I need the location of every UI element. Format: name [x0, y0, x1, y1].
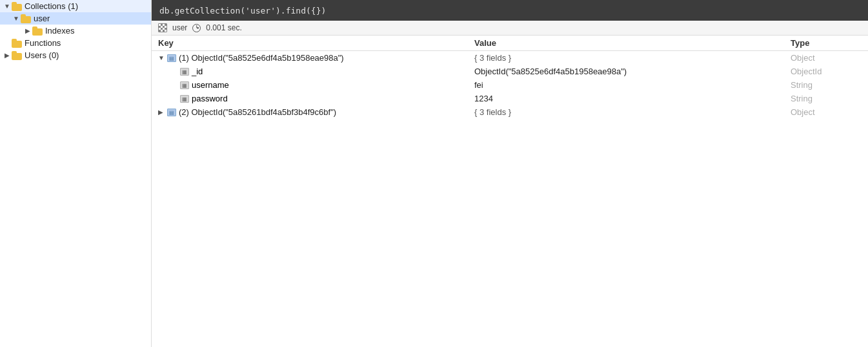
user-folder-icon [21, 14, 31, 23]
col-value-header: Value [468, 36, 784, 51]
result-time: 0.001 sec. [206, 23, 241, 32]
table-row: ▶▤(2) ObjectId("5a85261bdf4a5bf3b4f9c6bf… [152, 105, 868, 119]
table-row: ▦_idObjectId("5a8525e6df4a5b1958eae98a")… [152, 65, 868, 78]
col-key-header: Key [152, 36, 468, 51]
table-body: ▼▤(1) ObjectId("5a8525e6df4a5b1958eae98a… [152, 51, 868, 120]
users-toggle[interactable]: ▶ [3, 52, 12, 59]
indexes-folder-icon [32, 26, 43, 36]
type-cell: String [784, 92, 868, 105]
type-cell: Object [784, 51, 868, 65]
value-cell: ObjectId("5a8525e6df4a5b1958eae98a") [468, 65, 784, 78]
indexes-label: Indexes [45, 26, 75, 36]
value-cell: { 3 fields } [468, 51, 784, 65]
table-row: ▦usernamefeiString [152, 78, 868, 92]
table-row: ▼▤(1) ObjectId("5a8525e6df4a5b1958eae98a… [152, 51, 868, 65]
users-label: Users (0) [25, 50, 59, 60]
user-toggle[interactable]: ▼ [12, 15, 21, 22]
users-item[interactable]: ▶ Users (0) [0, 49, 151, 61]
functions-label: Functions [25, 38, 61, 48]
col-type-header: Type [784, 36, 868, 51]
collections-toggle[interactable]: ▼ [3, 3, 12, 10]
clock-icon [192, 24, 201, 32]
functions-item[interactable]: Functions [0, 37, 151, 49]
key-text: (1) ObjectId("5a8525e6df4a5b1958eae98a") [179, 53, 344, 63]
query-bar[interactable]: db.getCollection('user').find({}) [152, 0, 868, 21]
result-bar: user 0.001 sec. [152, 21, 868, 36]
collections-item[interactable]: ▼ Collections (1) [0, 0, 151, 12]
grid-icon [158, 23, 167, 32]
data-table: Key Value Type ▼▤(1) ObjectId("5a8525e6d… [152, 36, 868, 119]
value-cell: fei [468, 78, 784, 92]
results-table: Key Value Type ▼▤(1) ObjectId("5a8525e6d… [152, 36, 868, 347]
result-collection: user [172, 23, 187, 32]
key-text: (2) ObjectId("5a85261bdf4a5bf3b4f9c6bf") [179, 107, 336, 117]
table-header-row: Key Value Type [152, 36, 868, 51]
value-cell: 1234 [468, 92, 784, 105]
query-text: db.getCollection('user').find({}) [159, 6, 326, 16]
collections-label: Collections (1) [25, 1, 78, 11]
indexes-toggle[interactable]: ▶ [23, 27, 32, 34]
field-icon: ▦ [180, 68, 189, 76]
key-text: password [192, 94, 228, 103]
doc-icon: ▤ [167, 54, 176, 62]
type-cell: Object [784, 105, 868, 119]
type-cell: String [784, 78, 868, 92]
key-text: _id [192, 67, 203, 76]
type-cell: ObjectId [784, 65, 868, 78]
main-panel: db.getCollection('user').find({}) user 0… [152, 0, 868, 347]
sidebar: ▼ Collections (1) ▼ user ▶ Indexes Funct… [0, 0, 152, 347]
functions-folder-icon [12, 39, 22, 48]
indexes-item[interactable]: ▶ Indexes [0, 25, 151, 37]
collections-folder-icon [12, 2, 22, 11]
value-cell: { 3 fields } [468, 105, 784, 119]
row-toggle[interactable]: ▶ [158, 109, 165, 116]
field-icon: ▦ [180, 81, 189, 89]
doc-icon: ▤ [167, 109, 176, 116]
field-icon: ▦ [180, 95, 189, 103]
table-row: ▦password1234String [152, 92, 868, 105]
user-label: user [34, 14, 50, 23]
key-text: username [192, 80, 229, 90]
user-item[interactable]: ▼ user [0, 12, 151, 25]
row-toggle[interactable]: ▼ [158, 54, 165, 61]
users-folder-icon [12, 51, 22, 60]
